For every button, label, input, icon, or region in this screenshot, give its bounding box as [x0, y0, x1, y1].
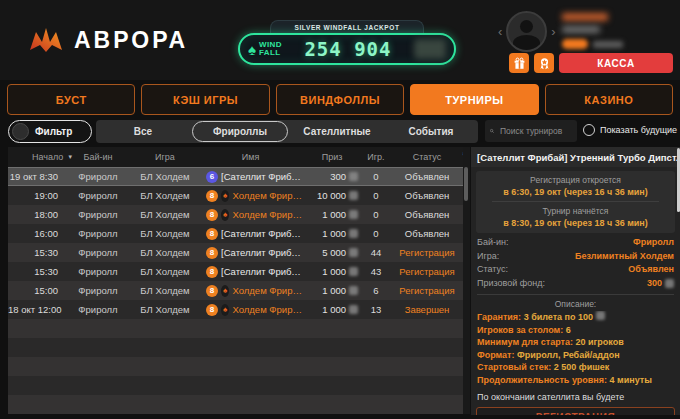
cell-prize: 10 000 — [303, 190, 361, 201]
description-value: Фриролл, Ребай/аддон — [517, 350, 620, 360]
description-line: Продолжительность уровня: 4 минуты — [477, 374, 674, 387]
gift-icon — [513, 57, 526, 70]
detail-value: 300 — [647, 277, 674, 291]
jackpot-pill: ♠ WINDFALL 254 904 — [238, 33, 456, 65]
tournament-name: [Сателлит Фрибай] Хол... — [221, 247, 303, 258]
category-tab-1[interactable]: Фрироллы — [192, 121, 288, 142]
user-balance-blurred — [593, 41, 623, 48]
column-header-5[interactable]: Игр. — [361, 152, 391, 162]
prize-value: 1 000 — [322, 228, 346, 239]
table-row[interactable]: 18 окт 12:00ФрироллБЛ Холдем8♠Холдем Фри… — [8, 300, 463, 319]
chevron-left-icon[interactable]: ‹ — [498, 25, 502, 38]
avatar-silhouette-body — [513, 35, 540, 51]
table-row[interactable]: 19 окт 8:30ФрироллБЛ Холдем6[Сателлит Фр… — [8, 167, 463, 186]
detail-value: Безлимитный Холдем — [575, 250, 674, 264]
column-header-label: Статус — [413, 152, 441, 162]
prize-value: 300 — [330, 171, 346, 182]
search-box[interactable] — [485, 120, 577, 142]
table-row[interactable]: 15:00ФрироллБЛ Холдем8♠Холдем Фриролл 1 … — [8, 281, 463, 300]
cell-players: 43 — [361, 266, 391, 277]
category-tab-0[interactable]: Все — [96, 120, 190, 143]
detail-label: Бай-ин: — [477, 236, 508, 250]
medal-icon — [538, 57, 551, 70]
table-row-empty — [8, 376, 463, 395]
column-header-0[interactable]: Начало▼ — [8, 152, 64, 162]
show-future-toggle[interactable]: Показать будущие — [583, 124, 677, 136]
table-row[interactable]: 18:00ФрироллБЛ Холдем8♠Холдем Фриролл 1 … — [8, 205, 463, 224]
column-header-6[interactable]: Статус — [391, 152, 463, 162]
table-row-empty — [8, 395, 463, 414]
start-value: в 8:30, 19 окт (через 18 ч 36 мин) — [480, 218, 671, 228]
cell-prize: 1 000 — [303, 209, 361, 220]
show-future-label: Показать будущие — [600, 125, 677, 135]
currency-blurred-icon — [349, 248, 358, 257]
register-button[interactable]: РЕГИСТРАЦИЯ — [476, 407, 675, 415]
column-header-label: Бай-ин — [84, 152, 113, 162]
column-header-2[interactable]: Игра — [132, 152, 198, 162]
show-future-radio[interactable] — [583, 124, 595, 136]
tournament-badge: 6 — [206, 171, 218, 183]
nav-tab-3[interactable]: ТУРНИРЫ — [410, 84, 538, 115]
table-row[interactable]: 16:00ФрироллБЛ Холдем8[Сателлит Фрибай] … — [8, 224, 463, 243]
description-value: 20 игроков — [575, 337, 623, 347]
table-row[interactable]: 19:00ФрироллБЛ Холдем8♠Холдем Фриролл 10… — [8, 186, 463, 205]
description-label: Продолжительность уровня: — [477, 375, 610, 385]
nav-tab-0[interactable]: БУСТ — [7, 84, 135, 115]
nav-tab-1[interactable]: КЭШ ИГРЫ — [141, 84, 269, 115]
cell-status: Объявлен — [391, 228, 463, 239]
cell-name: 6[Сателлит Фрибай] Утр... — [198, 171, 303, 183]
table-row[interactable]: 15:30ФрироллБЛ Холдем8[Сателлит Фрибай] … — [8, 243, 463, 262]
tournament-badge: 8 — [206, 190, 218, 202]
tournament-badge: 8 — [206, 247, 218, 259]
cell-players: 0 — [361, 171, 391, 182]
username-blurred — [562, 13, 608, 21]
cell-buyin: Фриролл — [64, 304, 132, 315]
tournament-name: Холдем Фриролл 1 0... — [232, 285, 303, 296]
cell-buyin: Фриролл — [64, 190, 132, 201]
description-list: Гарантия: 3 билета по 100 Игроков за сто… — [477, 311, 674, 386]
nav-tab-2[interactable]: ВИНДФОЛЛЫ — [276, 84, 404, 115]
cell-name: 8[Сателлит Фрибай] Хол... — [198, 247, 303, 259]
category-tab-3[interactable]: События — [384, 120, 478, 143]
cell-players: 6 — [361, 285, 391, 296]
nav-tab-4[interactable]: КАЗИНО — [545, 84, 673, 115]
detail-info-row: Призовой фонд:300 — [477, 277, 674, 291]
tournament-title: [Сателлит Фрибай] Утренний Турбо Дипст..… — [471, 147, 680, 167]
jackpot-currency-blurred — [414, 39, 446, 59]
detail-value: Фриролл — [633, 236, 674, 250]
column-header-4[interactable]: Приз — [303, 152, 361, 162]
cell-prize: 5 000 — [303, 247, 361, 258]
jackpot-widget[interactable]: SILVER WINDFALL JACKPOT ♠ WINDFALL 254 9… — [238, 20, 456, 65]
suit-icon: ♠ — [221, 190, 229, 202]
table-row[interactable]: 15:30ФрироллБЛ Холдем8[Сателлит Фрибай] … — [8, 262, 463, 281]
gift-button[interactable] — [509, 53, 529, 73]
cell-buyin: Фриролл — [64, 285, 132, 296]
tournament-name: [Сателлит Фрибай] Утр... — [221, 171, 303, 182]
tournament-badge: 8 — [206, 228, 218, 240]
detail-label: Статус: — [477, 263, 508, 277]
cell-game: БЛ Холдем — [132, 228, 198, 239]
tournament-badge: 8 — [206, 209, 218, 221]
suit-icon: ♠ — [221, 304, 229, 316]
chevron-right-icon[interactable]: › — [551, 25, 555, 38]
cell-buyin: Фриролл — [64, 266, 132, 277]
avatar[interactable] — [506, 11, 547, 52]
search-input[interactable] — [498, 125, 572, 137]
tournaments-table: Начало▼Бай-инИграИмяПризИгр.Статус 19 ок… — [8, 147, 463, 414]
description-label: Формат: — [477, 350, 517, 360]
cell-start: 18 окт 12:00 — [8, 304, 64, 315]
cashier-button[interactable]: КАССА — [559, 53, 673, 73]
cell-prize: 1 000 — [303, 304, 361, 315]
cell-buyin: Фриролл — [64, 209, 132, 220]
filter-toggle-knob[interactable] — [12, 123, 29, 140]
awards-button[interactable] — [534, 53, 554, 73]
topbar-buttons: КАССА — [509, 53, 673, 73]
table-scrollbar[interactable] — [463, 147, 470, 414]
table-scrollbar-thumb[interactable] — [464, 167, 468, 201]
column-header-1[interactable]: Бай-ин — [64, 152, 132, 162]
user-subtitle-blurred — [562, 26, 600, 33]
filter-toggle[interactable]: Фильтр — [8, 120, 92, 143]
user-info-blurred — [562, 13, 623, 49]
column-header-3[interactable]: Имя — [198, 152, 303, 162]
category-tab-2[interactable]: Сателлитные — [290, 120, 384, 143]
